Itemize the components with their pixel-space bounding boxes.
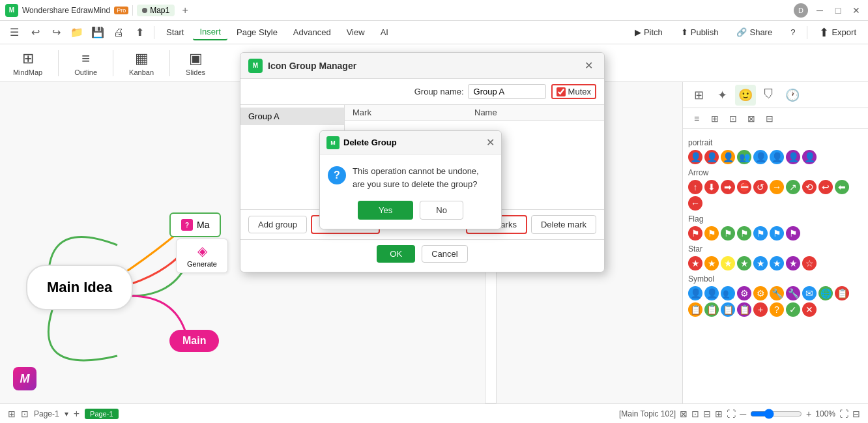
branch-green-node[interactable]: ? Ma [169,212,221,237]
icon-item[interactable]: ★ [753,256,768,270]
page-dropdown-icon[interactable]: ▾ [65,409,68,418]
icon-item[interactable]: 🌐 [818,286,833,300]
save-button[interactable]: 💾 [89,23,107,42]
emoji-panel-btn[interactable]: 🙂 [735,85,756,106]
icon-item[interactable]: ⚙ [737,286,751,300]
icon-item[interactable]: ➡ [721,180,735,194]
main-idea-node[interactable]: Main Idea [26,265,133,310]
icon-item[interactable]: ✕ [802,302,817,317]
status-icon-1[interactable]: ⊞ [8,409,16,419]
maximize-button[interactable]: □ [832,4,845,17]
group-name-input[interactable] [468,84,546,99]
view-icon-3[interactable]: ⊞ [715,409,723,419]
icon-item[interactable]: 👤 [721,150,735,164]
delete-close-button[interactable]: ✕ [486,136,495,149]
no-button[interactable]: No [420,201,463,220]
map-tab[interactable]: Map1 [137,5,175,16]
new-tab-button[interactable]: + [179,4,192,17]
expand-icon[interactable]: ⛶ [839,409,848,419]
icon-item[interactable]: ★ [770,256,784,270]
icon-item[interactable]: 📋 [835,286,849,300]
icon-item[interactable]: ★ [721,256,735,270]
icon-item[interactable]: ⛔ [737,180,751,194]
icon-item[interactable]: 👤 [688,286,702,300]
export-button[interactable]: ⬆ [130,23,149,42]
icon-item[interactable]: ⚑ [786,226,800,241]
icon-item[interactable]: ↑ [688,180,702,194]
icon-item[interactable]: ★ [786,256,800,270]
menu-advanced[interactable]: Advanced [287,25,338,40]
icon-item[interactable]: 📋 [704,302,719,317]
group-list-item[interactable]: Group A [240,108,344,125]
menu-insert[interactable]: Insert [193,24,227,40]
clock-panel-btn[interactable]: 🕐 [782,85,803,106]
cancel-button[interactable]: Cancel [422,245,467,263]
settings-icon[interactable]: ⊟ [852,409,860,419]
mindmap-tool[interactable]: ⊞ MindMap [8,48,48,79]
close-button[interactable]: ✕ [850,4,863,17]
icon-item[interactable]: ☆ [802,256,817,270]
icon-item[interactable]: ? [770,302,784,317]
settings-btn[interactable]: ⊟ [761,110,778,127]
icon-item[interactable]: ⚑ [753,226,768,241]
menu-toggle-button[interactable]: ☰ [5,23,23,42]
zoom-out-icon[interactable]: ─ [740,409,746,419]
icon-item[interactable]: ⬇ [704,180,719,194]
dialog-close-button[interactable]: ✕ [581,58,596,74]
open-button[interactable]: 📁 [68,23,86,42]
mutex-checkbox[interactable] [557,87,566,96]
kanban-tool[interactable]: ▦ Kanban [124,48,159,79]
icon-item[interactable]: 📋 [688,302,702,317]
icon-item[interactable]: ← [688,196,702,211]
grid-view-btn[interactable]: ⊞ [706,110,723,127]
icon-item[interactable]: ⚑ [704,226,719,241]
icon-item[interactable]: 👤 [770,150,784,164]
icon-item[interactable]: ↺ [753,180,768,194]
help-button[interactable]: ? [784,25,802,40]
fit-icon[interactable]: ⊠ [680,409,687,419]
layout-panel-btn[interactable]: ⊞ [688,85,709,106]
menu-ai[interactable]: AI [374,25,395,40]
icon-item[interactable]: 👥 [737,150,751,164]
sparkle-panel-btn[interactable]: ✦ [712,85,732,106]
ok-button[interactable]: OK [377,245,415,263]
icon-item[interactable]: 👤 [704,150,719,164]
undo-button[interactable]: ↩ [26,23,44,42]
status-icon-2[interactable]: ⊡ [21,409,29,419]
icon-item[interactable]: 🔧 [786,286,800,300]
icon-item[interactable]: → [770,180,784,194]
publish-button[interactable]: ⬆ Publish [674,25,725,40]
menu-view[interactable]: View [340,25,371,40]
menu-start[interactable]: Start [160,25,190,40]
redo-button[interactable]: ↪ [47,23,65,42]
export-big-button[interactable]: ⬆ Export [813,23,863,42]
list-view-btn[interactable]: ≡ [688,110,705,127]
branch-pink-node[interactable]: Main [169,330,219,352]
print-button[interactable]: 🖨 [109,23,128,42]
slides-tool[interactable]: ▣ Slides [181,48,210,79]
icon-item[interactable]: 👥 [721,286,735,300]
delete-mark-button[interactable]: Delete mark [531,215,596,234]
icon-item[interactable]: ⚑ [721,226,735,241]
shield-panel-btn[interactable]: ⛉ [759,85,779,106]
view-icon-2[interactable]: ⊟ [703,409,711,419]
icon-item[interactable]: 📋 [721,302,735,317]
view-icon-1[interactable]: ⊡ [691,409,699,419]
icon-item[interactable]: 👤 [704,286,719,300]
icon-item[interactable]: ⚑ [770,226,784,241]
icon-item[interactable]: ★ [737,256,751,270]
outline-tool[interactable]: ≡ Outline [69,48,102,79]
generate-box[interactable]: ◈ Generate [176,239,228,273]
copy-btn[interactable]: ⊠ [743,110,760,127]
icon-item[interactable]: 👤 [802,150,817,164]
icon-item[interactable]: ★ [704,256,719,270]
zoom-slider[interactable] [750,409,802,419]
share-button[interactable]: 🔗 Share [730,25,779,40]
menu-page-style[interactable]: Page Style [230,25,284,40]
fullscreen-icon[interactable]: ⛶ [727,409,736,419]
icon-item[interactable]: ⬅ [835,180,849,194]
icon-item[interactable]: ✉ [802,286,817,300]
icon-item[interactable]: 🔧 [770,286,784,300]
icon-item[interactable]: ⟲ [802,180,817,194]
zoom-in-icon[interactable]: + [806,409,811,419]
